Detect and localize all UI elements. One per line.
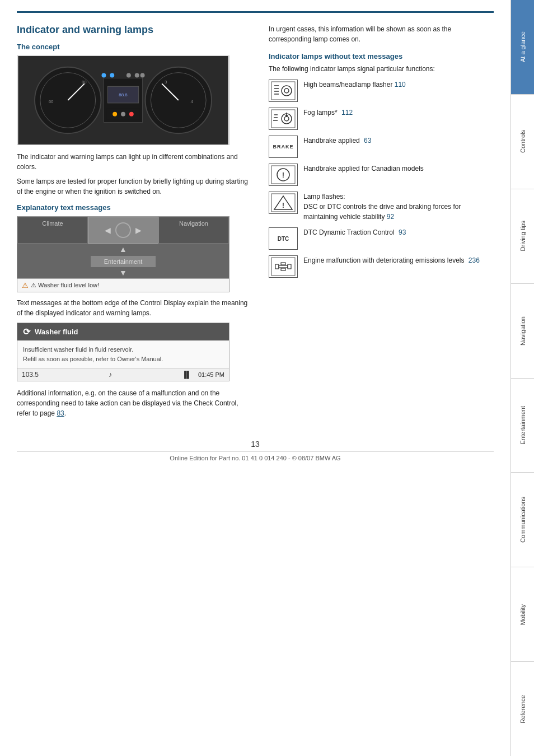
- svg-point-10: [127, 73, 131, 78]
- svg-point-12: [140, 73, 145, 78]
- lamp-row-dtc: DTC DTC Dynamic Traction Control 93: [269, 227, 494, 250]
- ref-92[interactable]: 92: [387, 213, 394, 221]
- additional-text: Additional information, e.g. on the caus…: [17, 388, 252, 418]
- indicator-intro: The following indicator lamps signal par…: [269, 64, 494, 74]
- intro-text: In urgent cases, this information will b…: [269, 24, 494, 44]
- svg-point-28: [282, 86, 292, 96]
- lamp-row-brake-canada: ! Handbrake applied for Canadian models: [269, 164, 494, 186]
- svg-rect-46: [279, 265, 288, 268]
- sidebar-label-navigation: Navigation: [519, 316, 526, 346]
- ref-110[interactable]: 110: [395, 81, 406, 88]
- info-box-footer: 103.5 ♪ ▐▌ 01:45 PM: [17, 368, 229, 381]
- svg-rect-47: [288, 264, 291, 269]
- warning-triangle-icon: ⚠: [22, 281, 29, 290]
- brake-canada-icon: !: [269, 164, 298, 186]
- sidebar-label-communications: Communications: [519, 497, 526, 543]
- sidebar-item-navigation[interactable]: Navigation: [511, 284, 534, 379]
- engine-icon: [269, 255, 298, 278]
- page-number: 13: [17, 440, 494, 449]
- warning-bar: ⚠ ⚠ Washer fluid level low!: [17, 278, 229, 292]
- sidebar-item-entertainment[interactable]: Entertainment: [511, 379, 534, 473]
- music-icon: ♪: [109, 371, 112, 379]
- svg-point-20: [113, 112, 117, 116]
- ref-112[interactable]: 112: [341, 109, 353, 116]
- fog-icon: [269, 108, 298, 130]
- sidebar-label-mobility: Mobility: [519, 604, 526, 625]
- lamp-row-brake: BRAKE Handbrake applied 63: [269, 136, 494, 158]
- dsc-icon: !: [269, 192, 298, 214]
- info-box-header: ⟳ Washer fluid: [17, 323, 229, 340]
- svg-point-11: [135, 73, 139, 78]
- page-ref-83[interactable]: 83: [57, 409, 64, 417]
- svg-text:!: !: [282, 201, 284, 209]
- svg-text:3: 3: [165, 80, 167, 85]
- display-tab-entertainment[interactable]: Entertainment: [91, 256, 156, 267]
- washer-icon: ⟳: [23, 326, 30, 337]
- svg-point-21: [121, 112, 125, 116]
- display-tab-center: ◀ ▶: [88, 217, 158, 244]
- sidebar-item-reference[interactable]: Reference: [511, 662, 534, 756]
- svg-text:88.8: 88.8: [119, 92, 128, 97]
- lamp-row-engine: Engine malfunction with deteriorating em…: [269, 255, 494, 278]
- sidebar-label-controls: Controls: [519, 130, 526, 153]
- page-footer: Online Edition for Part no. 01 41 0 014 …: [17, 451, 494, 461]
- sidebar-label-driving-tips: Driving tips: [519, 221, 526, 251]
- svg-point-9: [110, 73, 114, 78]
- concept-title: The concept: [17, 43, 252, 51]
- svg-text:4: 4: [190, 99, 193, 104]
- section-title: Indicator and warning lamps: [17, 24, 252, 36]
- lamp-row-fog: Fog lamps* 112: [269, 108, 494, 130]
- ref-236[interactable]: 236: [469, 256, 480, 264]
- info-box: ⟳ Washer fluid Insufficient washer fluid…: [17, 323, 229, 381]
- svg-point-35: [284, 116, 289, 121]
- brake-text: Handbrake applied 63: [303, 136, 494, 146]
- svg-text:60: 60: [49, 99, 54, 104]
- sidebar-item-controls[interactable]: Controls: [511, 95, 534, 189]
- fog-text: Fog lamps* 112: [303, 108, 494, 118]
- svg-text:80: 80: [82, 80, 87, 85]
- dtc-icon: DTC: [269, 227, 298, 250]
- dtc-text: DTC Dynamic Traction Control 93: [303, 227, 494, 237]
- display-tab-navigation[interactable]: Navigation: [158, 217, 229, 244]
- display-mock: Climate ◀ ▶ Navigation ▲: [17, 216, 229, 292]
- svg-rect-48: [281, 263, 285, 265]
- lamp-row-dsc: ! Lamp flashes: DSC or DTC controls the …: [269, 192, 494, 222]
- explanatory-body: Text messages at the bottom edge of the …: [17, 298, 252, 318]
- brake-canada-text: Handbrake applied for Canadian models: [303, 164, 494, 174]
- ref-63[interactable]: 63: [364, 137, 371, 144]
- signal-strength-icon: ▐▌: [182, 371, 191, 379]
- display-tab-climate[interactable]: Climate: [17, 217, 88, 244]
- sidebar-label-entertainment: Entertainment: [519, 406, 526, 444]
- engine-text: Engine malfunction with deteriorating em…: [303, 255, 494, 265]
- sidebar-label-at-a-glance: At a glance: [519, 31, 526, 62]
- svg-text:!: !: [282, 171, 284, 179]
- lamp-row-highbeam: High beams/headlamp flasher 110: [269, 80, 494, 102]
- highbeam-icon: [269, 80, 298, 102]
- indicator-title: Indicator lamps without text messages: [269, 52, 494, 60]
- explanatory-title: Explanatory text messages: [17, 203, 252, 212]
- info-box-body: Insufficient washer fluid in fluid reser…: [17, 340, 229, 368]
- brake-icon: BRAKE: [269, 136, 298, 158]
- sidebar-item-at-a-glance[interactable]: At a glance: [511, 0, 534, 95]
- dashboard-image: 88.8 60 80 3 4: [17, 55, 229, 145]
- sidebar-item-communications[interactable]: Communications: [511, 473, 534, 567]
- sidebar: At a glance Controls Driving tips Naviga…: [510, 0, 534, 756]
- svg-rect-45: [275, 264, 279, 269]
- body-text-2: Some lamps are tested for proper functio…: [17, 176, 252, 197]
- svg-rect-44: [271, 258, 295, 276]
- sidebar-label-reference: Reference: [519, 695, 526, 724]
- sidebar-item-driving-tips[interactable]: Driving tips: [511, 189, 534, 284]
- sidebar-item-mobility[interactable]: Mobility: [511, 567, 534, 662]
- svg-point-8: [101, 73, 106, 78]
- svg-rect-49: [281, 268, 285, 270]
- body-text-1: The indicator and warning lamps can ligh…: [17, 152, 252, 172]
- nav-knob[interactable]: [115, 222, 131, 238]
- ref-93[interactable]: 93: [399, 228, 406, 236]
- dsc-text: Lamp flashes: DSC or DTC controls the dr…: [303, 192, 494, 222]
- highbeam-text: High beams/headlamp flasher 110: [303, 80, 494, 90]
- svg-point-29: [284, 88, 289, 93]
- svg-point-22: [129, 112, 134, 116]
